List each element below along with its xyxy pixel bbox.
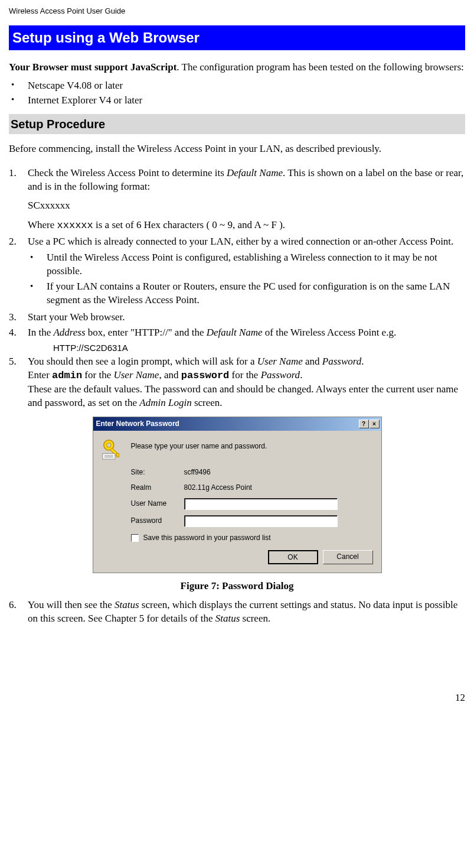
step-3: 3. Start your Web browser. xyxy=(9,311,465,324)
list-item: Until the Wireless Access Point is confi… xyxy=(28,251,465,278)
intro-rest: . The configuration program has been tes… xyxy=(176,61,463,73)
http-example: HTTP://SC2D631A xyxy=(53,342,465,354)
realm-label: Realm xyxy=(131,483,184,493)
page-number: 12 xyxy=(9,691,465,705)
step5-f: , and xyxy=(159,369,181,381)
password-dialog: Enter Network Password ? × xyxy=(93,417,382,573)
step6-a: You will then see the xyxy=(28,599,115,610)
step5-i: These are the default values. The passwo… xyxy=(28,383,458,408)
step-6: 6. You will then see the Status screen, … xyxy=(9,599,465,626)
username-label: User Name xyxy=(131,499,184,509)
key-icon xyxy=(102,438,124,460)
svg-rect-3 xyxy=(116,454,119,457)
site-label: Site: xyxy=(131,467,184,477)
step-number: 4. xyxy=(9,326,28,340)
where-mono: xxxxxx xyxy=(57,220,93,231)
where-a: Where xyxy=(28,219,57,230)
where-line: Where xxxxxx is a set of 6 Hex character… xyxy=(28,218,465,233)
cancel-button[interactable]: Cancel xyxy=(323,550,373,564)
step5-j: screen. xyxy=(192,397,223,408)
list-item: If your LAN contains a Router or Routers… xyxy=(28,280,465,307)
password-label: Password xyxy=(131,516,184,526)
step5-b: and xyxy=(303,356,322,367)
password-dialog-figure: Enter Network Password ? × xyxy=(9,417,465,573)
step5-d: Enter xyxy=(28,369,52,381)
step4-address: Address xyxy=(53,327,85,338)
intro-bold: Your Browser must support JavaScript xyxy=(9,61,176,73)
step-number: 6. xyxy=(9,599,28,626)
dialog-prompt: Please type your user name and password. xyxy=(131,438,267,451)
username-input[interactable] xyxy=(184,498,338,510)
step1-text-a: Check the Wireless Access Point to deter… xyxy=(28,167,227,178)
step-4: 4. In the Address box, enter "HTTP://" a… xyxy=(9,326,465,340)
help-button[interactable]: ? xyxy=(359,420,369,428)
where-b: is a set of 6 Hex characters ( 0 ~ 9, an… xyxy=(93,219,285,230)
save-password-checkbox[interactable] xyxy=(131,534,139,542)
step2-text: Use a PC which is already connected to y… xyxy=(28,236,453,247)
browser-list: Netscape V4.08 or later Internet Explore… xyxy=(9,78,465,108)
dialog-title: Enter Network Password xyxy=(96,419,179,429)
step5-g: for the xyxy=(229,369,260,381)
svg-point-1 xyxy=(106,443,111,448)
intro-paragraph: Your Browser must support JavaScript. Th… xyxy=(9,61,465,74)
step-1: 1. Check the Wireless Access Point to de… xyxy=(9,167,465,194)
step5-user2: User Name xyxy=(113,369,159,381)
step5-pass2: Password xyxy=(261,369,300,381)
step4-default-name: Default Name xyxy=(207,327,263,338)
step5-admin-login: Admin Login xyxy=(139,397,191,408)
section-title-banner: Setup using a Web Browser xyxy=(9,25,465,50)
step6-status2: Status xyxy=(215,613,240,624)
step-5: 5. You should then see a login prompt, w… xyxy=(9,355,465,410)
dialog-title-bar: Enter Network Password ? × xyxy=(93,417,381,431)
step4-a: In the xyxy=(28,327,53,338)
step1-default-name: Default Name xyxy=(227,167,283,178)
step5-e: for the xyxy=(82,369,113,381)
list-item: Internet Explorer V4 or later xyxy=(9,93,465,108)
step5-password: password xyxy=(181,370,230,381)
step6-status1: Status xyxy=(115,599,139,610)
step5-h: . xyxy=(300,369,302,381)
step-number: 5. xyxy=(9,355,28,410)
step5-pass: Password xyxy=(322,356,361,367)
step-2: 2. Use a PC which is already connected t… xyxy=(9,235,465,309)
save-password-label: Save this password in your password list xyxy=(143,533,271,543)
step-number: 1. xyxy=(9,167,28,194)
close-button[interactable]: × xyxy=(370,420,380,428)
step5-admin: admin xyxy=(52,370,82,381)
step-number: 3. xyxy=(9,311,28,324)
sc-format: SCxxxxxx xyxy=(28,199,465,213)
step4-b: box, enter "HTTP://" and the xyxy=(86,327,207,338)
password-input[interactable] xyxy=(184,515,338,527)
step4-c: of the Wireless Access Point e.g. xyxy=(263,327,397,338)
step-number: 2. xyxy=(9,235,28,309)
ok-button[interactable]: OK xyxy=(268,550,318,564)
before-paragraph: Before commencing, install the Wireless … xyxy=(9,142,465,156)
step3-text: Start your Web browser. xyxy=(28,311,465,324)
figure-caption: Figure 7: Password Dialog xyxy=(9,579,465,593)
realm-value: 802.11g Access Point xyxy=(184,483,252,493)
site-value: scff9496 xyxy=(184,467,211,477)
step5-a: You should then see a login prompt, whic… xyxy=(28,356,257,367)
step5-c: . xyxy=(361,356,364,367)
step6-c: screen. xyxy=(240,613,270,624)
page-header: Wireless Access Point User Guide xyxy=(9,6,465,17)
subsection-banner: Setup Procedure xyxy=(9,114,465,134)
list-item: Netscape V4.08 or later xyxy=(9,78,465,93)
step5-user: User Name xyxy=(257,356,303,367)
